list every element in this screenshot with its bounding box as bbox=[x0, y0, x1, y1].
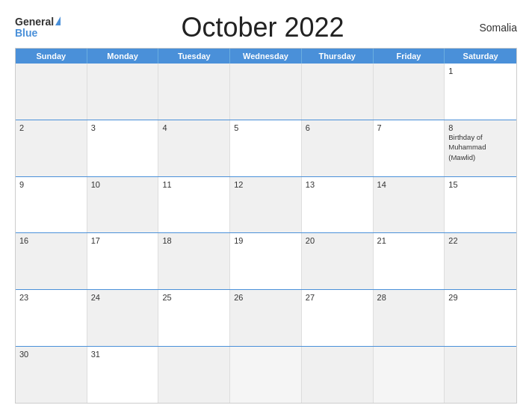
calendar-body: 1 2 3 4 5 6 bbox=[16, 64, 516, 403]
cal-row-2: 2 3 4 5 6 7 8 Birthday bbox=[16, 120, 516, 177]
header: General Blue October 2022 Somalia bbox=[15, 12, 517, 43]
cell-oct-22: 22 bbox=[445, 233, 516, 289]
day-number: 31 bbox=[91, 350, 155, 359]
day-number: 9 bbox=[19, 180, 83, 189]
cell-oct-11: 11 bbox=[158, 177, 230, 233]
day-number: 23 bbox=[19, 293, 83, 302]
cell-oct-23: 23 bbox=[16, 290, 87, 346]
day-number: 13 bbox=[306, 180, 369, 189]
col-monday: Monday bbox=[87, 49, 159, 64]
cell-oct-9: 9 bbox=[16, 177, 87, 233]
cell-oct-10: 10 bbox=[87, 177, 159, 233]
day-number: 20 bbox=[306, 236, 369, 245]
cell-oct-12: 12 bbox=[230, 177, 302, 233]
day-number: 27 bbox=[306, 293, 369, 302]
cell-empty bbox=[16, 64, 87, 120]
cell-empty bbox=[158, 64, 230, 120]
cell-oct-27: 27 bbox=[302, 290, 374, 346]
cell-empty bbox=[230, 347, 302, 403]
calendar-title: October 2022 bbox=[61, 12, 465, 43]
day-number: 17 bbox=[91, 236, 155, 245]
cell-oct-21: 21 bbox=[374, 233, 445, 289]
col-thursday: Thursday bbox=[302, 49, 374, 64]
cell-oct-17: 17 bbox=[87, 233, 159, 289]
page: General Blue October 2022 Somalia Sunday… bbox=[0, 0, 532, 411]
cell-oct-26: 26 bbox=[230, 290, 302, 346]
day-number: 18 bbox=[162, 236, 226, 245]
day-number: 11 bbox=[162, 180, 226, 189]
day-number: 24 bbox=[91, 293, 155, 302]
logo-blue-text: Blue bbox=[15, 28, 37, 39]
day-number: 30 bbox=[19, 350, 83, 359]
cal-row-4: 16 17 18 19 20 21 22 bbox=[16, 233, 516, 290]
cell-empty bbox=[158, 347, 230, 403]
cell-oct-15: 15 bbox=[445, 177, 516, 233]
cell-empty bbox=[374, 64, 445, 120]
cal-row-5: 23 24 25 26 27 28 29 bbox=[16, 290, 516, 347]
cell-oct-20: 20 bbox=[302, 233, 374, 289]
cell-empty bbox=[445, 347, 516, 403]
day-number: 10 bbox=[91, 180, 155, 189]
day-number: 15 bbox=[448, 180, 513, 189]
cal-row-6: 30 31 bbox=[16, 347, 516, 403]
cell-empty bbox=[302, 347, 374, 403]
day-number: 2 bbox=[19, 123, 83, 132]
col-sunday: Sunday bbox=[16, 49, 87, 64]
cell-oct-13: 13 bbox=[302, 177, 374, 233]
day-number: 28 bbox=[377, 293, 441, 302]
cell-empty bbox=[374, 347, 445, 403]
cell-oct-5: 5 bbox=[230, 120, 302, 176]
cell-oct-31: 31 bbox=[87, 347, 159, 403]
cell-oct-18: 18 bbox=[158, 233, 230, 289]
cell-oct-1: 1 bbox=[445, 64, 516, 120]
event-birthday-muhammad: Birthday of Muhammad (Mawlid) bbox=[448, 133, 486, 161]
day-number: 25 bbox=[162, 293, 226, 302]
cell-oct-8: 8 Birthday of Muhammad (Mawlid) bbox=[445, 120, 516, 176]
cell-oct-4: 4 bbox=[158, 120, 230, 176]
day-number: 5 bbox=[234, 123, 297, 132]
cell-oct-3: 3 bbox=[87, 120, 159, 176]
cell-oct-2: 2 bbox=[16, 120, 87, 176]
cell-oct-19: 19 bbox=[230, 233, 302, 289]
cell-empty bbox=[87, 64, 159, 120]
day-number: 19 bbox=[234, 236, 297, 245]
day-number: 16 bbox=[19, 236, 83, 245]
col-friday: Friday bbox=[374, 49, 445, 64]
cell-oct-14: 14 bbox=[374, 177, 445, 233]
logo: General Blue bbox=[15, 16, 61, 40]
day-number: 3 bbox=[91, 123, 155, 132]
day-number: 12 bbox=[234, 180, 297, 189]
day-number: 21 bbox=[377, 236, 441, 245]
day-number: 1 bbox=[448, 67, 513, 75]
cell-empty bbox=[230, 64, 302, 120]
cal-row-1: 1 bbox=[16, 64, 516, 120]
logo-general-text: General bbox=[15, 16, 54, 28]
day-number: 29 bbox=[448, 293, 513, 302]
cell-oct-28: 28 bbox=[374, 290, 445, 346]
country-label: Somalia bbox=[465, 22, 517, 34]
cell-oct-7: 7 bbox=[374, 120, 445, 176]
col-saturday: Saturday bbox=[445, 49, 516, 64]
day-number: 7 bbox=[377, 123, 441, 132]
day-number: 26 bbox=[234, 293, 297, 302]
day-number: 4 bbox=[162, 123, 226, 132]
calendar-header: Sunday Monday Tuesday Wednesday Thursday… bbox=[16, 49, 516, 64]
cell-oct-29: 29 bbox=[445, 290, 516, 346]
day-number: 14 bbox=[377, 180, 441, 189]
col-wednesday: Wednesday bbox=[230, 49, 302, 64]
day-number: 22 bbox=[448, 236, 513, 245]
cell-oct-24: 24 bbox=[87, 290, 159, 346]
cell-oct-25: 25 bbox=[158, 290, 230, 346]
logo-triangle-icon bbox=[55, 16, 61, 25]
cell-oct-30: 30 bbox=[16, 347, 87, 403]
cell-empty bbox=[302, 64, 374, 120]
day-number: 8 bbox=[448, 123, 513, 132]
cell-oct-16: 16 bbox=[16, 233, 87, 289]
col-tuesday: Tuesday bbox=[158, 49, 230, 64]
day-number: 6 bbox=[306, 123, 369, 132]
cell-oct-6: 6 bbox=[302, 120, 374, 176]
cal-row-3: 9 10 11 12 13 14 15 bbox=[16, 177, 516, 234]
calendar: Sunday Monday Tuesday Wednesday Thursday… bbox=[15, 48, 517, 404]
